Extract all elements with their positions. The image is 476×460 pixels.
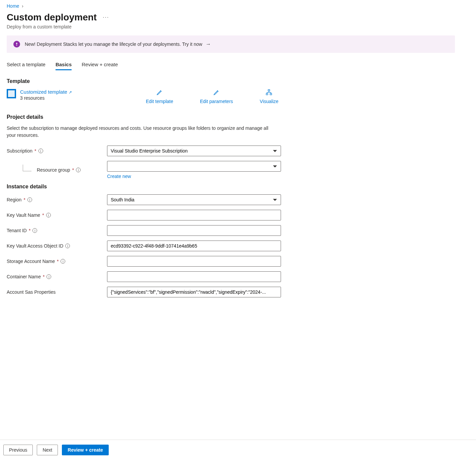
region-label: Region — [7, 197, 21, 202]
required-asterisk: * — [57, 259, 59, 264]
svg-rect-1 — [266, 93, 268, 95]
banner-text: New! Deployment Stacks let you manage th… — [25, 41, 202, 47]
resource-group-label: Resource group — [37, 167, 70, 173]
hierarchy-icon — [266, 89, 272, 97]
kv-access-object-id-input[interactable] — [107, 241, 281, 251]
pencil-icon — [213, 89, 220, 97]
edit-template-label: Edit template — [146, 99, 173, 104]
page-title: Custom deployment — [7, 12, 97, 23]
account-sas-properties-input[interactable] — [107, 287, 281, 297]
project-details-description: Select the subscription to manage deploy… — [7, 125, 274, 139]
breadcrumb-home[interactable]: Home — [7, 3, 19, 9]
container-name-label: Container Name — [7, 274, 41, 279]
storage-account-name-input[interactable] — [107, 256, 281, 267]
template-resource-count: 3 resources — [20, 95, 72, 101]
arrow-right-icon — [206, 41, 211, 47]
instance-details-heading: Instance details — [7, 184, 455, 190]
tenant-id-input[interactable] — [107, 225, 281, 236]
chevron-right-icon: › — [22, 3, 23, 9]
tab-select-template[interactable]: Select a template — [7, 62, 45, 70]
customized-template-link[interactable]: Customized template — [20, 89, 72, 95]
required-asterisk: * — [29, 228, 30, 233]
breadcrumb: Home › — [7, 3, 455, 9]
template-section-heading: Template — [7, 78, 455, 84]
required-asterisk: * — [34, 148, 36, 154]
tenant-id-label: Tenant ID — [7, 228, 27, 233]
edit-parameters-label: Edit parameters — [200, 99, 233, 104]
svg-rect-2 — [270, 93, 272, 95]
key-vault-name-input[interactable] — [107, 210, 281, 220]
required-asterisk: * — [23, 197, 25, 202]
info-icon[interactable]: i — [76, 168, 81, 172]
info-icon[interactable]: i — [32, 228, 37, 233]
subscription-label: Subscription — [7, 148, 32, 154]
visualize-button[interactable]: Visualize — [260, 89, 279, 104]
tab-basics[interactable]: Basics — [56, 62, 72, 70]
storage-account-name-label: Storage Account Name — [7, 259, 55, 264]
info-icon[interactable]: i — [46, 274, 51, 279]
edit-parameters-button[interactable]: Edit parameters — [200, 89, 233, 104]
svg-rect-0 — [268, 90, 270, 91]
info-icon[interactable]: i — [46, 213, 51, 217]
info-icon[interactable]: i — [65, 244, 70, 248]
project-details-heading: Project details — [7, 114, 455, 120]
tabs: Select a template Basics Review + create — [7, 62, 455, 70]
edit-template-button[interactable]: Edit template — [146, 89, 173, 104]
template-icon — [7, 89, 16, 98]
kv-access-object-id-label: Key Vault Access Object ID — [7, 243, 63, 249]
account-sas-properties-label: Account Sas Properties — [7, 289, 56, 295]
key-vault-name-label: Key Vault Name — [7, 212, 40, 218]
tab-review-create[interactable]: Review + create — [82, 62, 118, 70]
tree-line-icon — [23, 165, 31, 171]
create-new-link[interactable]: Create new — [107, 174, 131, 179]
info-icon[interactable]: i — [38, 149, 43, 153]
subscription-select[interactable]: Visual Studio Enterprise Subscription — [107, 146, 281, 156]
more-actions-button[interactable]: ··· — [103, 14, 109, 20]
region-select[interactable]: South India — [107, 194, 281, 205]
page-subtitle: Deploy from a custom template — [7, 24, 455, 29]
pencil-icon — [156, 89, 163, 97]
info-banner[interactable]: New! Deployment Stacks let you manage th… — [7, 35, 455, 53]
visualize-label: Visualize — [260, 99, 279, 104]
info-icon[interactable]: i — [27, 197, 32, 202]
required-asterisk: * — [43, 274, 44, 279]
info-icon[interactable]: i — [61, 259, 65, 264]
rocket-icon — [13, 41, 20, 48]
required-asterisk: * — [42, 212, 44, 218]
container-name-input[interactable] — [107, 271, 281, 282]
resource-group-select[interactable] — [107, 161, 281, 172]
required-asterisk: * — [72, 167, 74, 173]
